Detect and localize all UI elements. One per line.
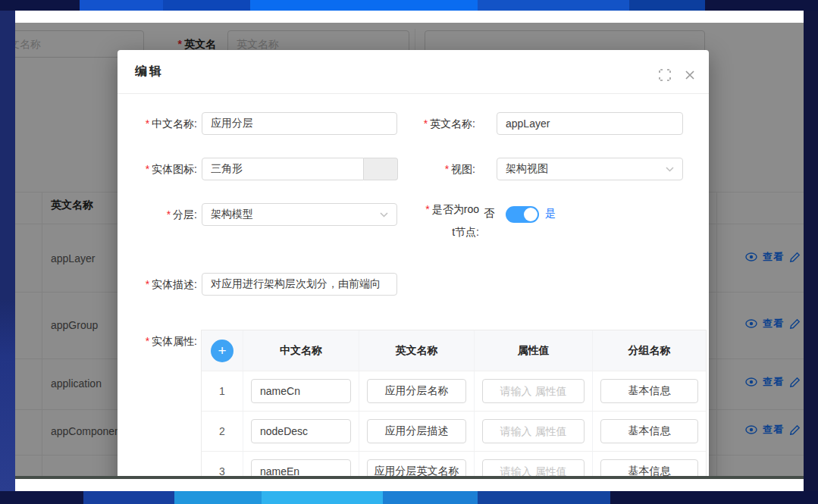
entity-desc-label: *实体描述: [124,273,197,296]
attr-table-header: + 中文名称 英文名称 属性值 分组名称 [202,330,706,371]
attr-table-row: 2 [202,411,706,451]
attr-cn-input[interactable] [251,419,351,443]
frame-top-band [0,0,818,11]
attr-en-input[interactable] [367,459,466,476]
attr-header-group: 分组名称 [628,344,671,358]
attr-value-input[interactable] [482,459,585,476]
toggle-knob [524,208,537,221]
toggle-on-label: 是 [545,207,556,221]
attr-group-input[interactable] [600,419,698,443]
required-asterisk: * [146,278,149,290]
attr-header-value: 属性值 [518,344,550,358]
frame-bottom-band [0,491,818,504]
entity-icon-input[interactable] [202,158,364,180]
attr-value-input[interactable] [482,419,585,443]
attr-cn-input[interactable] [251,459,351,476]
view-label: *视图: [392,158,475,180]
view-select[interactable]: 架构视图 [497,158,683,180]
page-viewport: *英文名 英文名称 appLayer appGroup application … [15,23,804,476]
required-asterisk: * [167,208,171,221]
en-name-label: *英文名称: [392,112,475,135]
close-icon[interactable] [685,70,695,80]
cn-name-input[interactable] [202,112,397,135]
required-asterisk: * [146,335,149,347]
required-asterisk: * [425,203,429,215]
is-root-label-line2: t节点: [375,226,479,238]
entity-desc-input[interactable] [202,273,397,296]
modal-header-divider [118,93,709,94]
entity-attrs-label: *实体属性: [124,330,197,352]
attr-row-index: 2 [219,425,225,437]
toggle-off-label: 否 [484,207,494,221]
attr-header-cn: 中文名称 [280,344,322,358]
frame-right-band [804,11,818,491]
add-attr-button[interactable]: + [211,340,233,362]
attr-table-row: 1 [202,371,706,411]
attr-en-input[interactable] [367,379,466,403]
attr-group-input[interactable] [600,379,698,403]
attr-value-input[interactable] [482,379,585,403]
required-asterisk: * [146,117,149,130]
modal-title: 编辑 [135,64,164,80]
edit-modal: 编辑 *中文名称: *英文名称: *实体图标: *视图: 架构视图 [118,50,709,476]
attr-table-row: 3 [202,451,706,476]
attr-en-input[interactable] [367,419,466,443]
cn-name-label: *中文名称: [124,112,197,135]
chevron-down-icon [666,167,674,172]
attr-cn-input[interactable] [251,379,351,403]
attr-group-input[interactable] [600,459,698,476]
attr-row-index: 3 [219,465,225,476]
app-window: *英文名 英文名称 appLayer appGroup application … [15,11,804,491]
view-select-value: 架构视图 [506,162,666,176]
required-asterisk: * [445,163,449,175]
required-asterisk: * [146,163,149,175]
entity-icon-label: *实体图标: [124,158,197,180]
attr-header-en: 英文名称 [396,344,438,358]
layer-label: *分层: [124,203,197,226]
layer-select-value: 架构模型 [211,208,380,221]
frame-left-band [0,11,15,491]
window-bottom-edge [15,476,804,479]
layer-select[interactable]: 架构模型 [202,203,397,226]
is-root-toggle[interactable] [506,206,539,223]
attr-table: + 中文名称 英文名称 属性值 分组名称 1 2 [201,330,707,476]
is-root-label-line1: *是否为roo [375,203,479,215]
en-name-input[interactable] [497,112,683,135]
fullscreen-icon[interactable] [659,69,671,81]
required-asterisk: * [424,117,428,130]
attr-row-index: 1 [219,385,225,397]
